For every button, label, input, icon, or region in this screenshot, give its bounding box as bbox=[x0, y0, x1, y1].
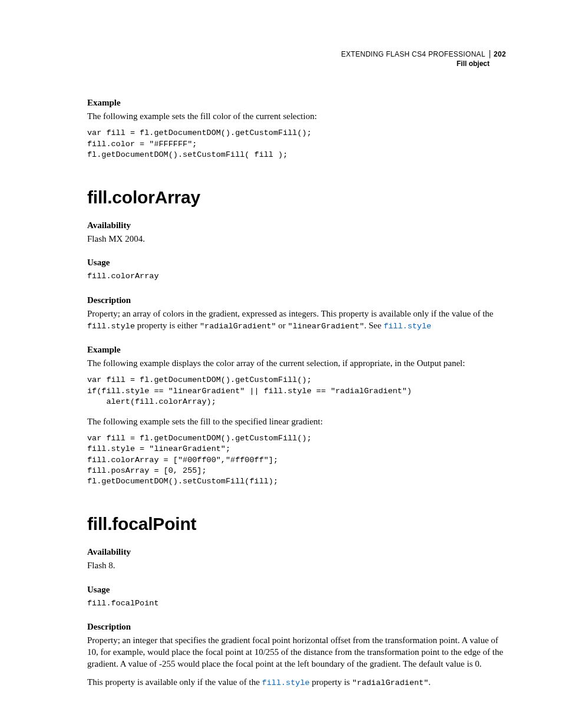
api-title-focalpoint: fill.focalPoint bbox=[87, 514, 506, 534]
example-intro: The following example displays the color… bbox=[87, 357, 506, 369]
inline-code: "radialGradient" bbox=[200, 322, 276, 331]
usage-heading: Usage bbox=[87, 585, 506, 595]
description-heading: Description bbox=[87, 295, 506, 305]
page-number: 202 bbox=[490, 50, 506, 58]
code-block: var fill = fl.getDocumentDOM().getCustom… bbox=[87, 375, 506, 407]
desc-text: property is bbox=[310, 677, 352, 687]
code-block: var fill = fl.getDocumentDOM().getCustom… bbox=[87, 433, 506, 487]
example-heading: Example bbox=[87, 345, 506, 355]
description-text: Property; an integer that specifies the … bbox=[87, 634, 506, 670]
section-name: Fill object bbox=[87, 60, 506, 69]
usage-code: fill.colorArray bbox=[87, 271, 506, 282]
description-heading: Description bbox=[87, 622, 506, 632]
inline-code: fill.style bbox=[87, 322, 135, 331]
inline-code: "radialGradient" bbox=[352, 678, 429, 687]
page-content: EXTENDING FLASH CS4 PROFESSIONAL 202 Fil… bbox=[0, 0, 562, 728]
description-text-2: This property is available only if the v… bbox=[87, 676, 506, 689]
availability-heading: Availability bbox=[87, 547, 506, 557]
availability-text: Flash MX 2004. bbox=[87, 233, 506, 245]
desc-text: . bbox=[428, 677, 431, 687]
api-title-colorarray: fill.colorArray bbox=[87, 187, 506, 207]
desc-text: This property is available only if the v… bbox=[87, 677, 262, 687]
availability-heading: Availability bbox=[87, 220, 506, 230]
fill-style-link[interactable]: fill.style bbox=[262, 678, 310, 687]
desc-text: property is either bbox=[135, 321, 200, 330]
header-title-line: EXTENDING FLASH CS4 PROFESSIONAL 202 bbox=[87, 50, 506, 60]
usage-code: fill.focalPoint bbox=[87, 598, 506, 609]
description-text: Property; an array of colors in the grad… bbox=[87, 308, 506, 332]
desc-text: Property; an array of colors in the grad… bbox=[87, 309, 494, 318]
availability-text: Flash 8. bbox=[87, 559, 506, 571]
example-intro: The following example sets the fill to t… bbox=[87, 416, 506, 427]
example-heading: Example bbox=[87, 98, 506, 108]
example-intro: The following example sets the fill colo… bbox=[87, 110, 506, 122]
doc-title: EXTENDING FLASH CS4 PROFESSIONAL bbox=[341, 50, 485, 58]
desc-text: or bbox=[276, 321, 288, 330]
fill-style-link[interactable]: fill.style bbox=[384, 322, 431, 331]
code-block: var fill = fl.getDocumentDOM().getCustom… bbox=[87, 128, 506, 160]
inline-code: "linearGradient" bbox=[288, 322, 365, 331]
page-header: EXTENDING FLASH CS4 PROFESSIONAL 202 Fil… bbox=[87, 50, 506, 68]
usage-heading: Usage bbox=[87, 258, 506, 268]
desc-text: . See bbox=[364, 321, 384, 330]
